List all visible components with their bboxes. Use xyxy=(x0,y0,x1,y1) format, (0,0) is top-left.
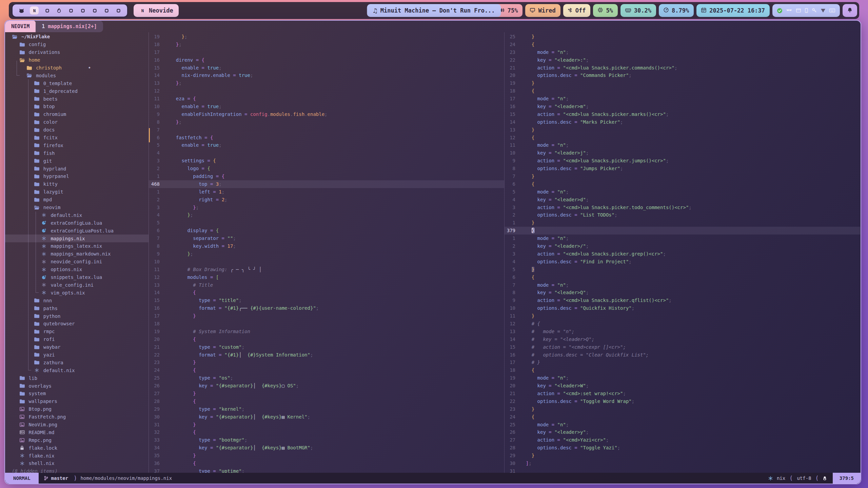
code-line[interactable]: 8 options.desc = "Jumps Picker"; xyxy=(505,165,860,172)
code-line[interactable]: 8 key.width = 17; xyxy=(149,242,504,250)
clock-widget[interactable]: 2025-07-22 16:37 xyxy=(696,4,770,17)
editor-pane-left[interactable]: 19 };18 };1716 direnv = {15 enable = tru… xyxy=(149,32,505,473)
tree-item-hyprland[interactable]: hyprland xyxy=(5,165,149,172)
code-line[interactable]: 27 } xyxy=(149,390,504,398)
code-line[interactable]: 2 options.desc = "List TODOs"; xyxy=(505,211,860,219)
code-line[interactable]: 37 type = "uptime"; xyxy=(149,467,504,473)
code-line[interactable]: 30 key = "{#separator}│ {#keys}▤ Kernel"… xyxy=(149,413,504,421)
code-line[interactable]: 8 }; xyxy=(149,118,504,126)
code-line[interactable]: 23 } xyxy=(149,359,504,366)
code-line[interactable]: 27 action = "<cmd>Yazi<cr>"; xyxy=(505,436,860,444)
code-line[interactable]: 25 type = "os"; xyxy=(149,374,504,382)
workspace-1-cat-icon[interactable] xyxy=(18,6,25,15)
code-line[interactable]: 20 key = "<leader>W"; xyxy=(505,382,860,390)
code-line[interactable]: 4 key = "<leader>d"; xyxy=(505,196,860,204)
tree-item-rmpc[interactable]: rmpc xyxy=(5,328,149,336)
code-line[interactable]: 4 }; xyxy=(149,211,504,219)
code-line[interactable]: 1 mode = "n"; xyxy=(505,235,860,242)
bluetooth-widget[interactable]: Off xyxy=(563,4,591,17)
tree-item-flake-nix[interactable]: flake.nix xyxy=(5,452,149,460)
workspace-4-flame-icon[interactable] xyxy=(56,6,62,15)
tree-item-beets[interactable]: beets xyxy=(5,95,149,103)
code-line[interactable]: 5 } xyxy=(505,266,860,273)
code-line[interactable]: 24 { xyxy=(505,413,860,421)
code-line[interactable]: 18 }; xyxy=(149,41,504,48)
memory-widget[interactable]: 30.2% xyxy=(620,4,656,17)
code-line[interactable]: 4 xyxy=(149,149,504,157)
code-line[interactable]: 29 type = "kernel"; xyxy=(149,405,504,413)
tab-mappings-nix[interactable]: 1 mappings.nix[2+] xyxy=(36,21,103,32)
code-line[interactable]: 11 } xyxy=(505,312,860,320)
code-line[interactable]: 21 action = "<cmd>lua Snacks.picker.comm… xyxy=(505,64,860,72)
tree-item-mappings-latex-nix[interactable]: mappings_latex.nix xyxy=(5,242,149,250)
code-line[interactable]: 16 format = "{#1}╭── {#}{user-name-color… xyxy=(149,304,504,312)
editor-pane-right[interactable]: 25 }24 {23 mode = "n";22 key = "<leader>… xyxy=(505,32,860,473)
code-line[interactable]: 10 enable = true; xyxy=(149,103,504,110)
code-line[interactable]: 1 } xyxy=(505,219,860,227)
code-line[interactable]: 34 key = "{#separator}│ {#keys}▤ BootMGR… xyxy=(149,444,504,452)
code-line[interactable]: 3 action = "<cmd>lua Snacks.picker.grep(… xyxy=(505,250,860,258)
tree-item-0-template[interactable]: 0_template xyxy=(5,79,149,87)
code-line[interactable]: 13 }; xyxy=(149,79,504,87)
keyboard-icon[interactable] xyxy=(829,8,835,13)
tree-item-vale-config-ini[interactable]: vale_config.ini xyxy=(5,281,149,289)
code-line[interactable]: 2 right = 2; xyxy=(149,196,504,204)
tree-item-yazi[interactable]: yazi xyxy=(5,351,149,359)
code-line[interactable]: 17 } xyxy=(149,312,504,320)
code-line[interactable]: 14 { xyxy=(149,289,504,297)
code-line[interactable]: 9 enableFishIntegration = config.modules… xyxy=(149,110,504,118)
code-line[interactable]: 23 } xyxy=(505,405,860,413)
tree-item-system[interactable]: system xyxy=(5,390,149,398)
workspace-8-square-icon[interactable] xyxy=(103,6,110,15)
code-line[interactable]: 28 options.desc = "Toggle Yazi"; xyxy=(505,444,860,452)
tree-item-fish[interactable]: fish xyxy=(5,149,149,157)
tree-item-chromium[interactable]: chromium xyxy=(5,110,149,118)
tree-hidden-items[interactable]: (8 hidden items) xyxy=(5,467,149,475)
code-line[interactable]: 20 options.desc = "Commands Picker"; xyxy=(505,72,860,79)
code-line[interactable]: 26 key = "<leader>y"; xyxy=(505,428,860,436)
tree-item-default-nix[interactable]: default.nix xyxy=(5,211,149,219)
code-line[interactable]: 2 logo = { xyxy=(149,165,504,172)
check-badge-icon[interactable] xyxy=(777,8,782,13)
code-line[interactable]: 26 key = "{#separator}│ {#keys}▢ OS"; xyxy=(149,382,504,390)
tree-item-neovim[interactable]: neovim xyxy=(5,204,149,211)
code-line[interactable]: 6 { xyxy=(505,180,860,188)
tree-item-nnn[interactable]: nnn xyxy=(5,297,149,304)
tree-item-mpd[interactable]: mpd xyxy=(5,196,149,204)
phone-icon[interactable] xyxy=(805,8,808,13)
code-line[interactable]: 24 { xyxy=(505,41,860,48)
notification-widget[interactable] xyxy=(843,4,857,17)
code-line[interactable]: 1 padding = { xyxy=(149,172,504,180)
tree-item-fastfetch-png[interactable]: FastFetch.png xyxy=(5,413,149,421)
code-line[interactable]: 6 { xyxy=(505,273,860,281)
tree-item-neovim-png[interactable]: NeoVim.png xyxy=(5,421,149,429)
tree-item-kitty[interactable]: kitty xyxy=(5,180,149,188)
tree-item-config[interactable]: config xyxy=(5,41,149,48)
code-line[interactable]: 7 separator = ""; xyxy=(149,235,504,242)
tree-item-lib[interactable]: lib xyxy=(5,374,149,382)
tree-item-btop-png[interactable]: Btop.png xyxy=(5,405,149,413)
code-line[interactable]: 25 } xyxy=(505,33,860,41)
tree-item-color[interactable]: color xyxy=(5,118,149,126)
tree-item-fcitx[interactable]: fcitx xyxy=(5,134,149,142)
code-line[interactable]: 19 } xyxy=(505,79,860,87)
tree-item-hyprpanel[interactable]: hyprpanel xyxy=(5,172,149,180)
workspace-switcher[interactable]: N xyxy=(12,3,128,18)
code-line[interactable]: 35 } xyxy=(149,452,504,460)
tree-item-home[interactable]: home xyxy=(5,56,149,64)
code-line[interactable]: 18 { xyxy=(505,87,860,95)
tree-item-btop[interactable]: btop xyxy=(5,103,149,110)
cpu-widget[interactable]: 5% xyxy=(593,4,617,17)
code-line[interactable]: 5 mode = "n"; xyxy=(505,188,860,196)
tree-item-paths[interactable]: paths xyxy=(5,304,149,312)
code-line[interactable]: 23 mode = "n"; xyxy=(505,48,860,56)
code-line[interactable]: 9 }; xyxy=(149,250,504,258)
workspace-6-square-icon[interactable] xyxy=(79,6,86,15)
tree-item-derivations[interactable]: derivations xyxy=(5,48,149,56)
tree-item-qutebrowser[interactable]: qutebrowser xyxy=(5,320,149,328)
tree-item-options-nix[interactable]: options.nix xyxy=(5,266,149,273)
system-tray[interactable] xyxy=(772,4,840,17)
code-line[interactable]: 6 display = { xyxy=(149,227,504,235)
workspace-7-square-icon[interactable] xyxy=(91,6,98,15)
tree-item-python[interactable]: python xyxy=(5,312,149,320)
